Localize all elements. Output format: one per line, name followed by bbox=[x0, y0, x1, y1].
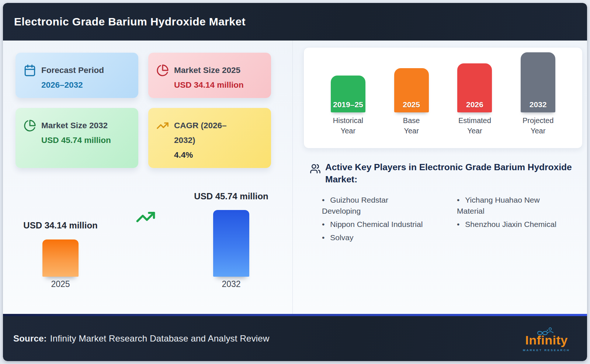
card-value: 4.4% bbox=[174, 148, 248, 162]
source-text: Infinity Market Research Database and An… bbox=[50, 333, 270, 343]
bullet-icon: • bbox=[457, 196, 459, 204]
bullet-icon: • bbox=[322, 233, 324, 242]
timeline-bar-year: 2026 bbox=[457, 100, 492, 109]
market-bar-2032 bbox=[213, 210, 249, 277]
bullet-icon: • bbox=[322, 220, 324, 228]
bar-value-label-2025: USD 34.14 million bbox=[5, 220, 116, 231]
main-content: Forecast Period 2026–2032 Market Size 20… bbox=[3, 41, 587, 314]
card-value: USD 45.74 million bbox=[41, 133, 111, 148]
logo-wordmark: Infinity bbox=[516, 334, 577, 347]
bullet-icon: • bbox=[457, 220, 459, 228]
timeline-label: Projected Year bbox=[523, 116, 554, 136]
source-note: Source:Infinity Market Research Database… bbox=[13, 333, 516, 344]
card-value: USD 34.14 million bbox=[174, 78, 244, 92]
bar-value-label-2032: USD 45.74 million bbox=[176, 191, 287, 202]
page-title: Electronic Grade Barium Hydroxide Market bbox=[14, 15, 246, 28]
timeline-label: Base Year bbox=[403, 116, 420, 136]
key-player-item: •Nippon Chemical Industrial bbox=[322, 219, 426, 230]
left-panel: Forecast Period 2026–2032 Market Size 20… bbox=[3, 41, 293, 314]
key-players-column-1: •Guizhou Redstar Developing •Nippon Chem… bbox=[322, 195, 435, 245]
logo-tagline: MARKET RESEARCH bbox=[516, 349, 577, 352]
footer: Source:Infinity Market Research Database… bbox=[3, 316, 587, 361]
timeline-card: 2019–25 Historical Year 2025 Base Year 2… bbox=[303, 47, 583, 148]
card-title: Market Size 2032 bbox=[41, 118, 111, 133]
market-bar-2025 bbox=[42, 239, 79, 277]
right-panel: 2019–25 Historical Year 2025 Base Year 2… bbox=[293, 41, 587, 314]
stat-card-forecast-period: Forecast Period 2026–2032 bbox=[15, 53, 138, 98]
trend-up-icon bbox=[156, 119, 169, 132]
source-label: Source: bbox=[13, 333, 47, 343]
calendar-icon bbox=[24, 64, 36, 77]
infinity-logo: Infinity MARKET RESEARCH bbox=[516, 325, 577, 352]
timeline-bar-year: 2032 bbox=[521, 100, 555, 109]
stat-card-market-size-2025: Market Size 2025 USD 34.14 million bbox=[148, 53, 271, 98]
timeline-column-projected: 2032 Projected Year bbox=[506, 52, 570, 136]
pie-chart-icon bbox=[24, 119, 36, 132]
bullet-icon: • bbox=[322, 196, 324, 204]
stat-cards: Forecast Period 2026–2032 Market Size 20… bbox=[3, 41, 292, 168]
timeline-bar-year: 2025 bbox=[394, 100, 429, 109]
key-players-heading: Active Key Players in Electronic Grade B… bbox=[325, 161, 573, 185]
timeline-bar-year: 2019–25 bbox=[331, 100, 365, 109]
growth-arrow-icon bbox=[133, 207, 159, 227]
stat-card-market-size-2032: Market Size 2032 USD 45.74 million bbox=[15, 108, 138, 168]
infographic-page: Electronic Grade Barium Hydroxide Market… bbox=[3, 3, 587, 361]
timeline-bar-estimated: 2026 bbox=[457, 63, 492, 112]
timeline-bar-base: 2025 bbox=[394, 68, 429, 112]
key-player-item: •Solvay bbox=[322, 232, 426, 243]
bar-axis-label-2025: 2025 bbox=[42, 279, 79, 289]
bar-axis-label-2032: 2032 bbox=[213, 279, 249, 289]
card-title: Forecast Period bbox=[41, 63, 104, 78]
key-player-item: •Yichang Huahao New Material bbox=[457, 195, 561, 217]
key-players-section: Active Key Players in Electronic Grade B… bbox=[303, 161, 587, 245]
card-title: CAGR (2026–2032) bbox=[174, 118, 248, 148]
timeline-bar-historical: 2019–25 bbox=[331, 76, 365, 112]
timeline-label: Estimated Year bbox=[458, 116, 491, 136]
card-value: 2026–2032 bbox=[41, 78, 104, 92]
key-players-column-2: •Yichang Huahao New Material •Shenzhou J… bbox=[457, 195, 570, 232]
timeline-label: Historical Year bbox=[333, 116, 363, 136]
timeline-column-base: 2025 Base Year bbox=[380, 68, 443, 136]
users-icon bbox=[310, 163, 321, 174]
timeline-bar-projected: 2032 bbox=[521, 52, 555, 112]
stat-card-cagr: CAGR (2026–2032) 4.4% bbox=[148, 108, 271, 168]
timeline-column-estimated: 2026 Estimated Year bbox=[443, 63, 507, 136]
key-players-list: •Guizhou Redstar Developing •Nippon Chem… bbox=[322, 195, 587, 245]
header: Electronic Grade Barium Hydroxide Market bbox=[3, 3, 587, 41]
key-player-item: •Shenzhou Jiaxin Chemical bbox=[457, 219, 561, 230]
card-title: Market Size 2025 bbox=[174, 63, 244, 78]
key-player-item: •Guizhou Redstar Developing bbox=[322, 195, 426, 217]
pie-chart-icon bbox=[156, 64, 169, 77]
timeline-column-historical: 2019–25 Historical Year bbox=[316, 76, 380, 136]
